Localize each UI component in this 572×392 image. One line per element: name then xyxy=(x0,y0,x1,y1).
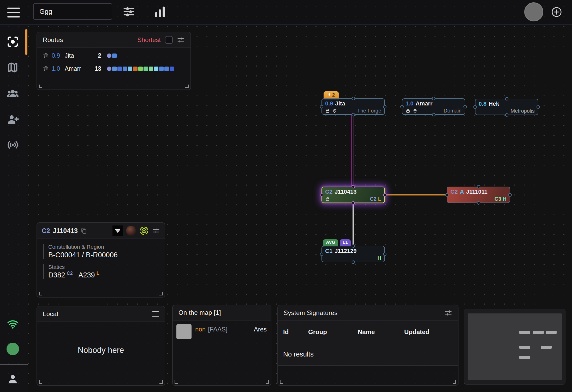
connection-j110413-j111011[interactable] xyxy=(385,194,447,195)
map-select-input[interactable] xyxy=(33,3,112,20)
delete-route-icon[interactable] xyxy=(42,52,49,59)
connection-handle[interactable] xyxy=(320,105,323,108)
connection-handle[interactable] xyxy=(400,105,404,108)
connection-handle[interactable] xyxy=(320,193,323,197)
connection-handle[interactable] xyxy=(432,97,435,100)
bolt-icon xyxy=(327,92,332,98)
connection-handle[interactable] xyxy=(537,105,540,109)
connection-handle[interactable] xyxy=(477,185,480,188)
connection-handle[interactable] xyxy=(505,113,508,117)
route-jump-square xyxy=(112,54,117,58)
location-pin-icon xyxy=(332,108,337,113)
pilot-portrait xyxy=(176,324,192,339)
column-id[interactable]: Id xyxy=(283,328,308,336)
route-start-dot xyxy=(107,67,111,71)
local-menu-icon[interactable] xyxy=(152,311,159,317)
route-security: 1.0 xyxy=(52,65,65,72)
user-profile-icon[interactable] xyxy=(7,372,19,386)
connection-handle[interactable] xyxy=(351,260,355,264)
shortest-toggle-label[interactable]: Shortest xyxy=(138,36,161,44)
resize-grip[interactable] xyxy=(175,380,178,384)
minimap-viewport[interactable] xyxy=(468,313,562,380)
connection-handle[interactable] xyxy=(432,113,435,116)
resize-grip[interactable] xyxy=(185,85,189,88)
wormhole-effect-icon[interactable] xyxy=(112,225,123,236)
online-status-dot xyxy=(7,343,19,355)
resize-grip[interactable] xyxy=(39,292,42,295)
column-name[interactable]: Name xyxy=(358,328,404,336)
pilot-row[interactable]: non [FAAS] Ares xyxy=(173,320,271,339)
add-map-icon[interactable] xyxy=(551,6,562,18)
connection-handle[interactable] xyxy=(383,105,386,108)
resize-grip[interactable] xyxy=(39,85,42,88)
pilot-corp-ticker: [FAAS] xyxy=(208,326,228,333)
map-icon[interactable] xyxy=(6,61,20,74)
user-avatar[interactable] xyxy=(524,2,543,21)
broadcast-icon[interactable] xyxy=(6,138,20,152)
sidebar xyxy=(0,25,28,392)
local-panel: Local Nobody here xyxy=(37,306,165,386)
route-jump-square xyxy=(133,67,138,71)
connection-handle[interactable] xyxy=(383,193,386,197)
system-node-j111011[interactable]: C2AJ111011 C3H xyxy=(447,187,510,203)
resize-grip[interactable] xyxy=(266,380,269,384)
connection-handle[interactable] xyxy=(320,252,323,256)
route-jump-square xyxy=(154,67,158,71)
connection-handle[interactable] xyxy=(351,244,355,248)
constellation-region-value: B-C00041 / B-R00006 xyxy=(48,251,165,259)
connection-handle[interactable] xyxy=(445,193,449,197)
route-jump-square xyxy=(170,67,174,71)
system-node-j110413[interactable]: C2J110413 C2L xyxy=(321,187,385,203)
system-info-panel: C2 J110413 Constellation & Region B-C000… xyxy=(37,222,165,298)
system-portrait[interactable] xyxy=(126,226,136,236)
system-node-jita[interactable]: 0.9Jita The Forge xyxy=(321,98,385,115)
connection-handle[interactable] xyxy=(351,185,355,188)
routes-panel-title: Routes xyxy=(43,36,63,44)
copy-icon[interactable] xyxy=(80,227,87,234)
minimap-node xyxy=(533,331,544,334)
delete-route-icon[interactable] xyxy=(42,65,49,72)
system-class: C2 xyxy=(42,227,50,235)
filter-sliders-icon[interactable] xyxy=(122,5,136,19)
location-pin-icon xyxy=(413,108,418,113)
shortest-checkbox[interactable] xyxy=(165,36,173,44)
route-jump-square xyxy=(164,67,169,71)
system-node-j112129[interactable]: C1J112129 H xyxy=(321,246,385,262)
statics-label: Statics xyxy=(48,264,165,270)
system-node-amarr[interactable]: 1.0Amarr Domain xyxy=(402,98,465,115)
column-group[interactable]: Group xyxy=(308,328,358,336)
resize-grip[interactable] xyxy=(453,380,456,384)
connection-handle[interactable] xyxy=(351,113,355,116)
zkillboard-icon[interactable] xyxy=(139,226,149,236)
resize-grip[interactable] xyxy=(280,380,283,384)
resize-grip[interactable] xyxy=(159,292,163,295)
characters-icon[interactable] xyxy=(6,87,20,100)
connection-handle[interactable] xyxy=(477,201,480,205)
connection-handle[interactable] xyxy=(505,97,508,100)
connection-handle[interactable] xyxy=(508,193,512,197)
hamburger-menu-icon[interactable] xyxy=(7,7,20,19)
route-jump-square xyxy=(144,67,148,71)
tracking-focus-icon[interactable] xyxy=(6,35,20,49)
column-updated[interactable]: Updated xyxy=(404,328,429,336)
signatures-settings-icon[interactable] xyxy=(444,309,452,317)
bar-chart-icon[interactable] xyxy=(153,4,167,19)
resize-grip[interactable] xyxy=(39,380,42,384)
connection-handle[interactable] xyxy=(463,105,467,108)
resize-grip[interactable] xyxy=(159,380,163,384)
connection-handle[interactable] xyxy=(351,201,355,205)
connection-handle[interactable] xyxy=(383,252,386,256)
connection-handle[interactable] xyxy=(473,105,477,109)
connection-j110413-j112129[interactable] xyxy=(353,204,354,246)
system-node-hek[interactable]: 0.8Hek Metropolis xyxy=(475,99,538,115)
local-panel-title: Local xyxy=(43,310,58,318)
connection-jita-j110413[interactable] xyxy=(351,115,354,187)
local-empty-text: Nobody here xyxy=(37,346,165,355)
connection-handle[interactable] xyxy=(351,97,355,100)
routes-settings-icon[interactable] xyxy=(177,36,185,44)
minimap-panel[interactable] xyxy=(464,309,565,385)
info-settings-icon[interactable] xyxy=(152,227,160,235)
route-row-jita[interactable]: 0.9 Jita 2 xyxy=(37,50,190,61)
route-row-amarr[interactable]: 1.0 Amarr 13 xyxy=(37,63,190,74)
add-character-icon[interactable] xyxy=(6,113,20,126)
